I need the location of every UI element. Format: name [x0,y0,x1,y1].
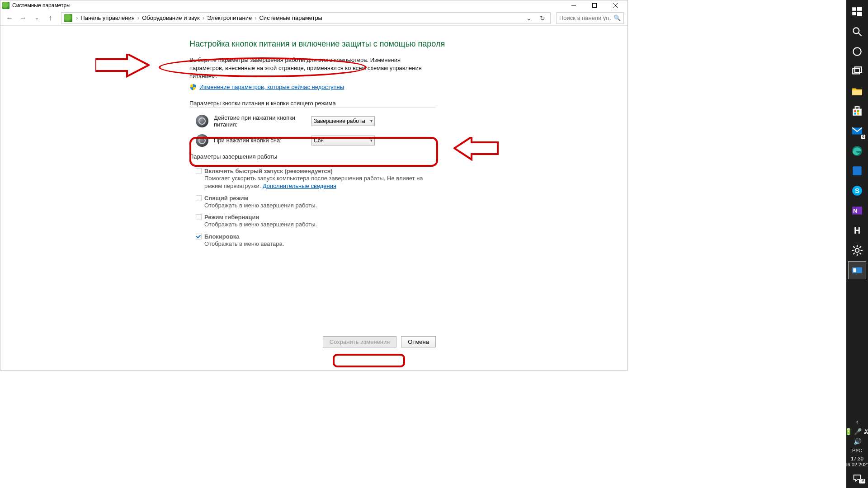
recent-dropdown[interactable]: ⌄ [31,13,42,23]
task-view-button[interactable] [848,62,866,80]
close-button[interactable] [605,0,626,10]
breadcrumb[interactable]: Системные параметры [258,14,323,21]
address-bar-icon [64,14,72,22]
power-button-section-header: Параметры кнопки питания и кнопки спящег… [189,100,436,108]
breadcrumb[interactable]: Электропитание [206,14,253,21]
search-box[interactable]: 🔍 [556,12,624,24]
chevron-down-icon: ▾ [370,138,373,143]
back-button[interactable]: ← [4,13,15,23]
chevron-right-icon: › [253,14,258,21]
sleep-option-desc: Отображать в меню завершения работы. [196,202,436,210]
action-center-icon[interactable]: 16 [848,472,866,484]
svg-rect-40 [853,268,856,272]
sleep-button-select[interactable]: Сон ▾ [311,136,375,145]
language-indicator[interactable]: РУС [852,448,862,453]
uac-shield-icon [189,84,197,91]
svg-text:N: N [853,207,857,214]
address-dropdown-button[interactable]: ⌄ [524,13,534,23]
svg-line-38 [859,246,861,248]
search-icon: 🔍 [613,14,621,21]
titlebar: Системные параметры [0,0,627,10]
app-icon-h[interactable]: H [848,221,866,239]
sleep-option: Спящий режим Отображать в меню завершени… [189,195,436,210]
svg-line-37 [853,253,854,254]
maximize-button[interactable] [584,0,605,10]
lock-option: Блокировка Отображать в меню аватара. [189,233,436,248]
fast-startup-desc: Помогает ускорить запуск компьютера посл… [196,174,436,190]
app-icon-blue[interactable] [848,162,866,180]
clock[interactable]: 17:30 16.02.2021 [844,456,868,469]
svg-rect-13 [853,69,859,74]
mail-badge: 6 [861,135,865,139]
window-title: Системные параметры [12,2,71,9]
button-row: Сохранить изменения Отмена [189,336,436,347]
shutdown-section-header: Параметры завершения работы [189,153,436,161]
sleep-checkbox[interactable] [196,195,202,201]
search-button[interactable] [848,23,866,41]
power-icon [196,115,208,127]
lock-checkbox[interactable] [196,234,202,239]
chevron-right-icon: › [74,14,80,21]
clock-time: 17:30 [844,456,868,462]
file-explorer-icon[interactable] [848,82,866,100]
svg-rect-20 [854,113,856,114]
tray-volume-icon[interactable]: 🔊 [854,438,861,445]
more-info-link[interactable]: Дополнительные сведения [263,183,336,189]
power-button-action-row: Действие при нажатии кнопки питания: Зав… [189,114,627,128]
edge-icon[interactable] [848,142,866,160]
skype-icon[interactable]: S [848,182,866,200]
breadcrumb[interactable]: Оборудование и звук [141,14,201,21]
sleep-button-select-value: Сон [314,137,324,144]
search-input[interactable] [559,14,612,21]
hibernate-checkbox[interactable] [196,214,202,220]
svg-rect-17 [855,107,859,109]
settings-icon[interactable] [848,241,866,259]
up-button[interactable]: ↑ [45,13,56,23]
microsoft-store-icon[interactable] [848,102,866,120]
window-controls [563,0,626,10]
control-panel-taskbar-icon[interactable] [848,261,866,279]
sleep-icon [196,134,208,147]
refresh-button[interactable]: ↻ [538,13,547,23]
sleep-option-label: Спящий режим [204,195,248,202]
svg-point-30 [855,249,859,253]
lock-option-desc: Отображать в меню аватара. [196,240,436,248]
breadcrumb[interactable]: Панель управления [80,14,135,21]
forward-button[interactable]: → [18,13,28,23]
clock-date: 16.02.2021 [844,462,868,468]
chevron-right-icon: › [201,14,206,21]
power-button-select[interactable]: Завершение работы ▾ [311,116,375,126]
hibernate-option-desc: Отображать в меню завершения работы. [196,221,436,229]
cancel-button[interactable]: Отмена [401,336,436,347]
tray-network-icon[interactable]: 🖧 [863,428,868,435]
svg-rect-21 [857,113,859,114]
svg-rect-7 [857,7,862,11]
system-tray: ‹ 🔋 🎤 🖧 🔊 РУС 17:30 16.02.2021 16 [844,418,868,488]
notification-badge: 16 [859,479,865,483]
mail-icon[interactable]: 6 [848,122,866,140]
tray-battery-icon[interactable]: 🔋 [844,428,852,435]
svg-point-10 [853,28,859,33]
address-bar[interactable]: › Панель управления › Оборудование и зву… [61,12,551,24]
admin-link-row: Изменение параметров, которые сейчас нед… [189,84,627,91]
svg-text:S: S [855,187,859,194]
minimize-button[interactable] [563,0,584,10]
onenote-icon[interactable]: N [848,202,866,220]
change-unavailable-settings-link[interactable]: Изменение параметров, которые сейчас нед… [199,84,344,90]
svg-rect-18 [854,110,856,112]
tray-chevron-icon[interactable]: ‹ [856,418,859,425]
lock-option-label: Блокировка [204,233,239,240]
power-button-select-value: Завершение работы [314,118,365,124]
svg-rect-14 [855,67,862,72]
cortana-button[interactable] [848,42,866,61]
start-button[interactable] [848,3,866,21]
save-button[interactable]: Сохранить изменения [323,336,397,347]
tray-mic-icon[interactable]: 🎤 [854,428,862,435]
svg-rect-1 [593,4,597,8]
svg-rect-9 [857,12,862,16]
taskbar: 6 S N H ‹ 🔋 🎤 🖧 🔊 РУС 17:30 16.02.2021 [846,0,868,488]
fast-startup-checkbox[interactable] [196,168,202,174]
hibernate-option-label: Режим гибернации [204,214,259,221]
svg-rect-15 [852,90,862,95]
intro-text: Выберите параметры завершения работы для… [189,56,436,81]
